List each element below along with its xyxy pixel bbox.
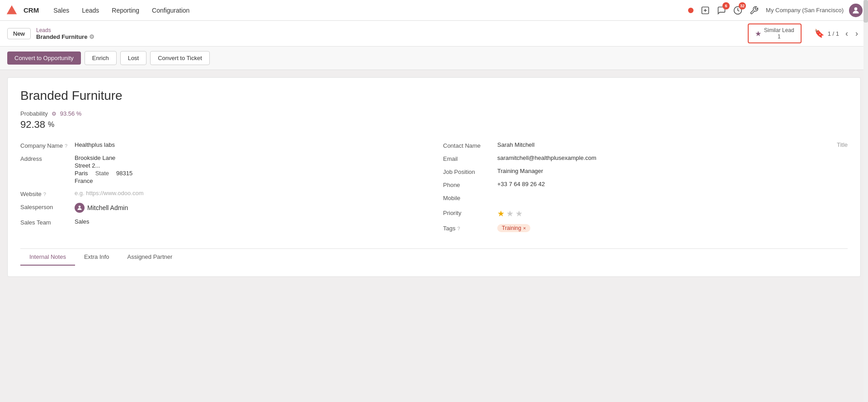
form-card: Branded Furniture Probability ⚙ 93.56 % … <box>7 77 861 277</box>
scrollbar-thumb[interactable] <box>863 0 868 23</box>
contact-name-value[interactable]: Sarah Mitchell <box>497 141 837 148</box>
priority-stars: ★ ★ ★ <box>497 209 523 219</box>
similar-lead-info: Similar Lead 1 <box>764 27 794 40</box>
nav-leads[interactable]: Leads <box>76 4 104 17</box>
similar-lead-count: 1 <box>778 33 781 40</box>
nav-right-area: 6 32 My Company (San Francisco) <box>686 4 863 17</box>
tags-field: Tags ? Training × <box>443 224 848 232</box>
app-name: CRM <box>24 6 39 14</box>
phone-icon-btn[interactable] <box>699 4 712 17</box>
email-value[interactable]: saramitchell@healthplusexample.com <box>497 154 848 161</box>
salesperson-field: Salesperson Mitchell Admin <box>20 203 425 213</box>
lost-button[interactable]: Lost <box>120 51 147 65</box>
phone-label: Phone <box>443 181 497 188</box>
company-name-value[interactable]: Healthplus labs <box>75 141 425 148</box>
tab-assigned-partner[interactable]: Assigned Partner <box>118 249 182 266</box>
svg-point-5 <box>854 7 858 10</box>
enrich-button[interactable]: Enrich <box>85 51 117 65</box>
priority-star-1[interactable]: ★ <box>497 209 505 219</box>
title-label: Title <box>837 141 848 148</box>
job-position-field: Job Position Training Manager <box>443 168 848 175</box>
tools-icon-btn[interactable] <box>748 4 760 17</box>
action-bar: Convert to Opportunity Enrich Lost Conve… <box>0 47 868 70</box>
messages-icon-btn[interactable]: 6 <box>715 4 728 17</box>
state-value[interactable]: 98315 <box>116 170 132 177</box>
convert-opportunity-button[interactable]: Convert to Opportunity <box>7 51 81 65</box>
breadcrumb: Leads Branded Furniture ⚙ <box>36 27 94 40</box>
website-label: Website ? <box>20 190 75 197</box>
tabs-bar: Internal Notes Extra Info Assigned Partn… <box>20 248 848 266</box>
user-avatar[interactable] <box>849 4 863 17</box>
address-value: Brookside Lane Street 2... Paris State 9… <box>75 154 425 184</box>
company-name-field: Company Name ? Healthplus labs <box>20 141 425 149</box>
address-line2[interactable]: Street 2... <box>75 162 425 169</box>
similar-lead-star-icon: ★ <box>755 29 761 38</box>
priority-star-3[interactable]: ★ <box>515 209 523 219</box>
settings-gear-icon[interactable]: ⚙ <box>89 33 94 40</box>
new-button[interactable]: New <box>7 28 31 39</box>
tag-remove-icon[interactable]: × <box>523 225 526 231</box>
job-position-value[interactable]: Training Manager <box>497 168 848 174</box>
form-columns: Company Name ? Healthplus labs Address B… <box>20 141 848 238</box>
mobile-field: Mobile <box>443 194 848 201</box>
page-info: 1 / 1 <box>828 30 839 37</box>
salesperson-label: Salesperson <box>20 203 75 210</box>
tag-label: Training <box>502 225 521 231</box>
company-name: My Company (San Francisco) <box>766 7 844 14</box>
top-navigation: CRM Sales Leads Reporting Configuration … <box>0 0 868 21</box>
website-field: Website ? e.g. https://www.odoo.com <box>20 190 425 197</box>
activity-badge: 32 <box>739 2 746 9</box>
probability-number[interactable]: 92.38 <box>20 119 45 131</box>
status-indicator[interactable] <box>686 6 695 15</box>
tab-internal-notes[interactable]: Internal Notes <box>20 249 75 266</box>
website-value[interactable]: e.g. https://www.odoo.com <box>75 190 425 196</box>
scrollbar[interactable] <box>863 0 868 284</box>
priority-star-2[interactable]: ★ <box>506 209 514 219</box>
probability-gear-icon[interactable]: ⚙ <box>52 111 57 117</box>
address-city[interactable]: Paris <box>75 170 88 177</box>
breadcrumb-current: Branded Furniture ⚙ <box>36 33 94 40</box>
nav-configuration[interactable]: Configuration <box>146 4 195 17</box>
sales-team-field: Sales Team Sales <box>20 218 425 226</box>
breadcrumb-parent[interactable]: Leads <box>36 27 94 33</box>
probability-label: Probability <box>20 110 48 117</box>
address-country[interactable]: France <box>75 178 425 184</box>
sales-team-label: Sales Team <box>20 218 75 226</box>
tab-extra-info[interactable]: Extra Info <box>75 249 118 266</box>
messages-badge: 6 <box>722 2 730 9</box>
tags-value: Training × <box>497 224 530 232</box>
probability-unit: % <box>48 121 54 129</box>
phone-field: Phone +33 7 64 89 26 42 <box>443 181 848 188</box>
breadcrumb-bar: New Leads Branded Furniture ⚙ ★ Similar … <box>0 21 868 47</box>
phone-value[interactable]: +33 7 64 89 26 42 <box>497 181 848 187</box>
nav-sales[interactable]: Sales <box>48 4 75 17</box>
nav-reporting[interactable]: Reporting <box>106 4 145 17</box>
probability-row: Probability ⚙ 93.56 % <box>20 110 848 117</box>
probability-ai-value: 93.56 % <box>60 110 82 117</box>
bookmark-icon[interactable]: 🔖 <box>814 28 824 38</box>
app-logo[interactable] <box>5 4 18 17</box>
svg-point-6 <box>79 206 81 208</box>
tags-help-icon[interactable]: ? <box>457 226 460 231</box>
salesperson-name[interactable]: Mitchell Admin <box>87 204 128 211</box>
probability-number-row: 92.38 % <box>20 119 848 131</box>
address-line1[interactable]: Brookside Lane <box>75 154 425 161</box>
company-name-label: Company Name ? <box>20 141 75 149</box>
status-dot <box>688 8 693 13</box>
activity-icon-btn[interactable]: 32 <box>731 4 744 17</box>
website-help-icon[interactable]: ? <box>43 192 46 197</box>
tags-label: Tags ? <box>443 224 497 232</box>
form-left: Company Name ? Healthplus labs Address B… <box>20 141 425 238</box>
svg-marker-0 <box>7 5 17 14</box>
similar-lead-button[interactable]: ★ Similar Lead 1 <box>748 23 802 43</box>
sales-team-value[interactable]: Sales <box>75 218 425 225</box>
address-field: Address Brookside Lane Street 2... Paris… <box>20 154 425 184</box>
next-record-button[interactable]: › <box>853 28 861 39</box>
main-content: Branded Furniture Probability ⚙ 93.56 % … <box>0 70 868 284</box>
convert-ticket-button[interactable]: Convert to Ticket <box>150 51 210 65</box>
company-name-help-icon[interactable]: ? <box>65 143 67 149</box>
priority-label: Priority <box>443 209 497 216</box>
lead-title: Branded Furniture <box>20 89 848 103</box>
salesperson-avatar <box>75 203 85 213</box>
prev-record-button[interactable]: ‹ <box>843 28 851 39</box>
